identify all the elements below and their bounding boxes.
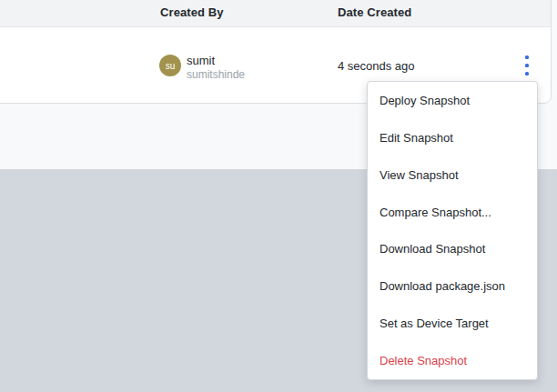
avatar: su bbox=[159, 55, 181, 76]
menu-item-deploy-snapshot[interactable]: Deploy Snapshot bbox=[368, 82, 537, 119]
creator-username: sumitshinde bbox=[187, 68, 245, 81]
column-header-created-by: Created By bbox=[160, 5, 224, 19]
menu-item-view-snapshot[interactable]: View Snapshot bbox=[368, 156, 537, 194]
vertical-ellipsis-icon bbox=[525, 55, 529, 59]
column-header-date-created: Date Created bbox=[338, 5, 411, 19]
menu-item-download-package-json[interactable]: Download package.json bbox=[368, 267, 537, 305]
vertical-ellipsis-icon bbox=[525, 64, 529, 67]
menu-item-download-snapshot[interactable]: Download Snapshot bbox=[368, 231, 537, 268]
snapshot-actions-menu: Deploy Snapshot Edit Snapshot View Snaps… bbox=[367, 81, 538, 380]
menu-item-set-as-device-target[interactable]: Set as Device Target bbox=[368, 305, 537, 342]
date-created-value: 4 seconds ago bbox=[338, 59, 415, 73]
table-header-row: Created By Date Created bbox=[0, 0, 551, 27]
menu-item-compare-snapshot[interactable]: Compare Snapshot... bbox=[368, 194, 537, 231]
creator-name: sumit bbox=[187, 54, 215, 67]
menu-item-delete-snapshot[interactable]: Delete Snapshot bbox=[368, 342, 537, 379]
vertical-ellipsis-icon bbox=[525, 72, 529, 75]
row-actions-button[interactable] bbox=[521, 52, 533, 79]
menu-item-edit-snapshot[interactable]: Edit Snapshot bbox=[368, 119, 537, 156]
